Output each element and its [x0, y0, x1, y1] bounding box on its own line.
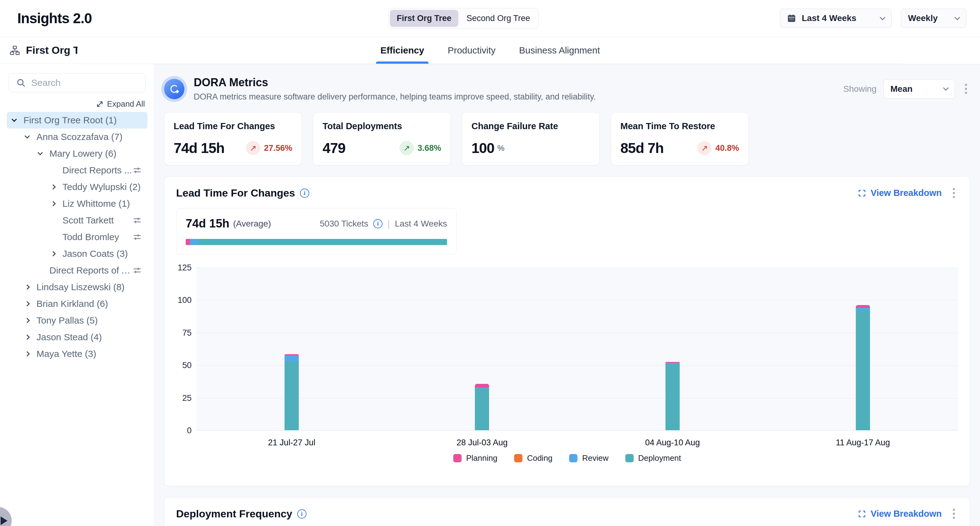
tree-item[interactable]: Scott Tarkett [7, 212, 147, 229]
insights-dashboard: Insights 2.0 First Org Tree Second Org T… [0, 0, 980, 526]
metric-value: 100 [471, 140, 494, 156]
info-icon[interactable]: i [300, 188, 309, 198]
filters-icon[interactable] [132, 216, 142, 225]
filters-icon[interactable] [132, 266, 142, 275]
chevron-down-icon [880, 14, 885, 20]
dora-header: DORA Metrics DORA metrics measure softwa… [164, 76, 970, 102]
chevron-down-icon[interactable] [25, 134, 30, 139]
deployment-frequency-panel: Deployment Frequency i View Breakdown [164, 497, 970, 526]
chevron-down-icon[interactable] [38, 150, 43, 155]
tree-item[interactable]: Mary Lowery (6) [7, 145, 147, 162]
metric-card: Total Deployments479↗3.68% [313, 112, 451, 165]
tree-item-label: Todd Bromley [62, 232, 119, 242]
tickets-count: 5030 Tickets [320, 219, 368, 229]
gridline [196, 300, 958, 300]
bar-segment-planning [475, 384, 489, 388]
toggle-first-org-tree[interactable]: First Org Tree [390, 10, 458, 27]
sidebar-collapse-button[interactable] [0, 507, 12, 526]
aggregation-select[interactable]: Mean [883, 80, 955, 99]
date-range-select[interactable]: Last 4 Weeks [780, 9, 892, 28]
chevron-right-icon[interactable] [25, 335, 30, 340]
tree-item-label: Brian Kirkland (6) [37, 298, 108, 309]
metric-card-title: Lead Time For Changes [173, 121, 292, 131]
legend-label: Coding [527, 453, 552, 463]
expand-icon [858, 510, 866, 518]
phase-segment-review [190, 239, 199, 245]
deployment-frequency-menu-button[interactable] [950, 507, 958, 521]
chevron-down-icon[interactable] [12, 117, 17, 122]
content: DORA Metrics DORA metrics measure softwa… [155, 64, 980, 526]
bar-segment-review [285, 355, 299, 361]
legend-label: Planning [466, 453, 497, 463]
chevron-right-icon[interactable] [51, 251, 56, 257]
trend-arrow-icon: ↗ [697, 141, 711, 155]
lead-time-chart: 0255075100125 [176, 268, 958, 430]
view-breakdown-link[interactable]: View Breakdown [858, 509, 942, 519]
stacked-bar[interactable] [665, 362, 680, 430]
chevron-right-icon[interactable] [25, 351, 30, 357]
top-header: Insights 2.0 First Org Tree Second Org T… [0, 0, 980, 37]
tree-item[interactable]: Tony Pallas (5) [7, 312, 147, 329]
tree-item[interactable]: Liz Whittome (1) [7, 195, 147, 212]
tree-item[interactable]: Direct Reports of A... [7, 262, 147, 279]
dora-description: DORA metrics measure software delivery p… [194, 92, 843, 102]
summary-meta: 5030 Tickets i | Last 4 Weeks [320, 218, 447, 229]
tree-item-label: Direct Reports of A... [49, 265, 132, 276]
tree-item[interactable]: Direct Reports ... [7, 162, 147, 179]
trend-delta: 40.8% [715, 143, 739, 153]
tab-productivity[interactable]: Productivity [446, 37, 497, 64]
search-input[interactable] [9, 73, 146, 92]
tree-item-label: Teddy Wylupski (2) [62, 182, 141, 192]
y-tick-label: 0 [187, 426, 192, 435]
bar-segment-deployment [665, 364, 680, 430]
gridline [196, 268, 958, 268]
metric-card-value-row: 479↗3.68% [323, 140, 441, 156]
stacked-bar[interactable] [285, 354, 299, 430]
chevron-down-icon [955, 14, 960, 20]
y-tick-label: 25 [182, 393, 192, 403]
chevron-right-icon[interactable] [25, 301, 30, 306]
phase-segment-deployment [198, 239, 447, 245]
tree-item-label: Tony Pallas (5) [37, 315, 98, 326]
legend-swatch [625, 454, 634, 462]
tree-item[interactable]: Jason Stead (4) [7, 329, 147, 346]
lead-time-actions: View Breakdown [858, 186, 958, 200]
tree-item[interactable]: Todd Bromley [7, 229, 147, 245]
granularity-select[interactable]: Weekly [901, 9, 966, 28]
tree-item-label: Anna Scozzafava (7) [37, 132, 123, 142]
lead-time-menu-button[interactable] [950, 186, 958, 200]
tab-efficiency[interactable]: Efficiency [379, 37, 426, 64]
info-icon[interactable]: i [373, 219, 382, 228]
filters-icon[interactable] [132, 166, 142, 175]
tree-item-label: Direct Reports ... [62, 165, 132, 175]
tree-item[interactable]: Lindsay Liszewski (8) [7, 279, 147, 295]
legend-label: Review [582, 453, 608, 463]
tree-item[interactable]: Jason Coats (3) [7, 245, 147, 262]
tree-item[interactable]: Anna Scozzafava (7) [7, 129, 147, 145]
chevron-right-icon[interactable] [25, 318, 30, 323]
phase-distribution-bar [186, 239, 447, 245]
filters-icon[interactable] [132, 233, 142, 242]
chevron-right-icon[interactable] [51, 201, 56, 206]
tab-business-alignment[interactable]: Business Alignment [517, 37, 602, 64]
lead-time-header: Lead Time For Changes i View Breakdown [176, 186, 958, 200]
calendar-icon [787, 14, 796, 23]
toggle-second-org-tree[interactable]: Second Org Tree [460, 10, 537, 27]
tree-item[interactable]: Maya Yette (3) [7, 346, 147, 362]
tree-item[interactable]: Teddy Wylupski (2) [7, 179, 147, 195]
aggregation-value: Mean [890, 84, 938, 94]
tree-item[interactable]: Brian Kirkland (6) [7, 295, 147, 312]
tree-item[interactable]: First Org Tree Root (1) [7, 112, 147, 129]
tree-item-label: Lindsay Liszewski (8) [37, 282, 124, 292]
stacked-bar[interactable] [856, 305, 870, 430]
expand-all-button[interactable]: Expand All [9, 99, 145, 109]
gridline [196, 365, 958, 366]
chevron-right-icon[interactable] [25, 285, 30, 290]
y-tick-label: 100 [178, 295, 192, 305]
stacked-bar[interactable] [475, 384, 489, 430]
metric-value: 85d 7h [620, 140, 663, 156]
dora-menu-button[interactable] [962, 82, 970, 96]
info-icon[interactable]: i [297, 509, 307, 519]
chevron-right-icon[interactable] [51, 185, 56, 190]
view-breakdown-link[interactable]: View Breakdown [858, 188, 942, 198]
